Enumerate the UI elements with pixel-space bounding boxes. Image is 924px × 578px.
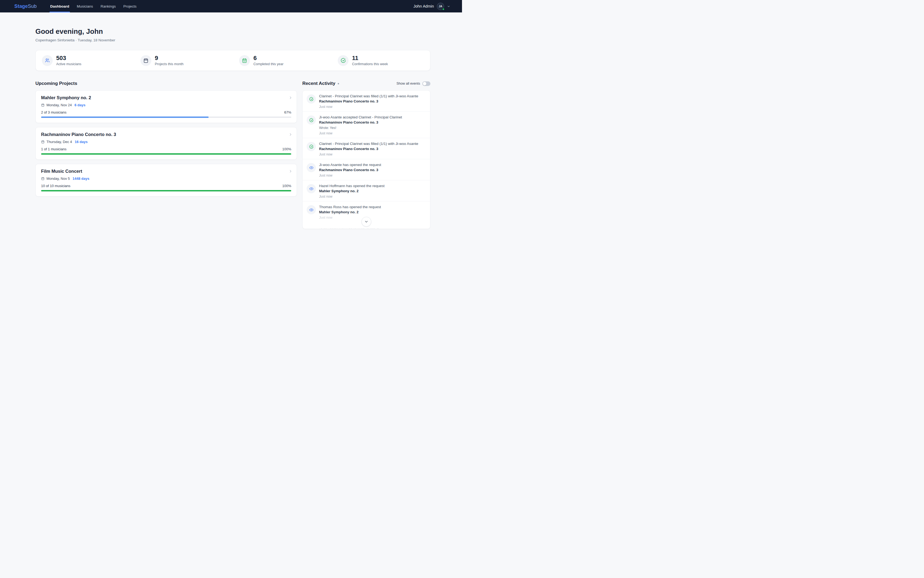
stat-value: 9 <box>155 55 183 61</box>
activity-item[interactable]: Ji-woo Asante has opened the request Rac… <box>303 159 430 180</box>
users-icon <box>42 55 53 66</box>
stat-text: 6 Completed this year <box>253 55 283 66</box>
project-date-row: Thursday, Dec 4 16 days <box>41 140 291 144</box>
activity-body: Ji-woo Asante accepted Clarinet - Princi… <box>319 115 402 135</box>
chevron-right-icon[interactable] <box>288 133 293 138</box>
project-card[interactable]: Rachmaninov Piano Concerto no. 3 Thursda… <box>36 127 297 160</box>
progress-bar-track <box>41 190 291 192</box>
page-subtitle: Copenhagen Sinfonietta · Tuesday, 18 Nov… <box>36 38 430 42</box>
top-navbar: StageSub Dashboard Musicians Rankings Pr… <box>0 0 462 13</box>
nav-item-musicians[interactable]: Musicians <box>73 0 97 13</box>
stat-text: 9 Projects this month <box>155 55 183 66</box>
project-date: Monday, Nov 24 <box>47 103 72 107</box>
expand-feed-button[interactable] <box>361 217 371 227</box>
project-days-left[interactable]: 16 days <box>74 140 87 144</box>
stat-confirmations-this-week: 11 Confirmations this week <box>332 55 430 66</box>
activity-timestamp: Just now <box>319 153 418 156</box>
activity-item[interactable]: Clarinet - Principal Clarinet was filled… <box>303 91 430 111</box>
logo-stage: Stage <box>14 3 28 9</box>
activity-timestamp: Just now <box>319 174 381 177</box>
chevron-down-icon[interactable] <box>447 5 450 8</box>
eye-icon <box>307 205 316 214</box>
project-card[interactable]: Film Music Concert Monday, Nov 5 1448 da… <box>36 164 297 196</box>
nav-item-rankings[interactable]: Rankings <box>97 0 120 13</box>
project-musicians-count: 2 of 3 musicians <box>41 110 66 114</box>
calendar-icon <box>141 55 151 66</box>
activity-project: Mahler Symphony no. 2 <box>319 210 381 214</box>
check-circle-icon <box>307 115 316 125</box>
project-title: Film Music Concert <box>41 169 291 174</box>
activity-timestamp: Just now <box>319 105 418 109</box>
stat-value: 6 <box>253 55 283 61</box>
project-days-left[interactable]: 1448 days <box>73 177 89 180</box>
recent-activity-header: Recent Activity Show all events <box>302 81 430 86</box>
stats-summary-card: 503 Active musicians 9 Projects this mon… <box>36 50 430 71</box>
project-musicians-count: 10 of 10 musicians <box>41 184 70 188</box>
recent-activity-heading: Recent Activity <box>302 81 335 86</box>
check-circle-icon <box>307 94 316 104</box>
activity-body: Clarinet - Principal Clarinet was filled… <box>319 94 418 109</box>
project-percent: 100% <box>282 184 291 188</box>
project-title: Mahler Symphony no. 2 <box>41 95 291 100</box>
calendar-icon <box>41 103 45 107</box>
check-circle-icon <box>307 142 316 151</box>
project-days-left[interactable]: 6 days <box>74 103 86 107</box>
activity-feed-card: Clarinet - Principal Clarinet was filled… <box>302 90 430 229</box>
avatar-initials: JA <box>439 5 442 8</box>
app-logo[interactable]: StageSub <box>14 3 37 9</box>
project-percent: 67% <box>284 110 291 114</box>
eye-icon <box>307 163 316 172</box>
activity-project: Rachmaninov Piano Concerto no. 3 <box>319 99 418 103</box>
live-indicator-dot <box>338 83 339 84</box>
activity-note: Wrote: Yes! <box>319 126 402 130</box>
activity-title: Thomas Ross has opened the request <box>319 205 381 209</box>
stat-label: Projects this month <box>155 62 183 66</box>
calendar-icon <box>41 140 45 144</box>
show-all-events-toggle[interactable] <box>422 81 430 86</box>
calendar-grid-icon <box>239 55 250 66</box>
check-circle-icon <box>338 55 348 66</box>
eye-icon <box>307 226 316 229</box>
stat-projects-this-month: 9 Projects this month <box>134 55 233 66</box>
project-progress-row: 2 of 3 musicians 67% <box>41 110 291 114</box>
activity-item[interactable]: Hazel Hoffmann has opened the request Ma… <box>303 180 430 201</box>
stat-text: 11 Confirmations this week <box>352 55 388 66</box>
recent-activity-section: Recent Activity Show all events Clar <box>302 81 430 229</box>
project-musicians-count: 1 of 1 musicians <box>41 147 66 151</box>
page-title: Good evening, John <box>36 27 430 36</box>
activity-body: Selin Santos has opened the request <box>319 226 379 229</box>
progress-bar-fill <box>41 117 209 118</box>
project-card[interactable]: Mahler Symphony no. 2 Monday, Nov 24 6 d… <box>36 90 297 123</box>
main-nav: Dashboard Musicians Rankings Projects <box>47 0 141 13</box>
chevron-right-icon[interactable] <box>288 169 293 174</box>
activity-title: Ji-woo Asante has opened the request <box>319 163 381 167</box>
nav-item-projects[interactable]: Projects <box>120 0 141 13</box>
stat-active-musicians: 503 Active musicians <box>36 55 134 66</box>
avatar[interactable]: JA <box>437 3 444 10</box>
stat-label: Completed this year <box>253 62 283 66</box>
activity-body: Hazel Hoffmann has opened the request Ma… <box>319 184 385 198</box>
stat-value: 503 <box>56 55 81 61</box>
activity-body: Ji-woo Asante has opened the request Rac… <box>319 163 381 177</box>
activity-item[interactable]: Clarinet - Principal Clarinet was filled… <box>303 138 430 159</box>
activity-timestamp: Just now <box>319 216 381 219</box>
progress-bar-track <box>41 117 291 118</box>
activity-body: Thomas Ross has opened the request Mahle… <box>319 205 381 219</box>
stat-completed-this-year: 6 Completed this year <box>233 55 332 66</box>
user-menu[interactable]: John Admin JA <box>413 3 450 10</box>
activity-project: Rachmaninov Piano Concerto no. 3 <box>319 120 402 124</box>
activity-title: Selin Santos has opened the request <box>319 226 379 229</box>
nav-item-dashboard[interactable]: Dashboard <box>47 0 73 13</box>
project-date: Thursday, Dec 4 <box>47 140 72 144</box>
activity-item[interactable]: Ji-woo Asante accepted Clarinet - Princi… <box>303 111 430 138</box>
dashboard-page: Good evening, John Copenhagen Sinfoniett… <box>0 13 462 229</box>
chevron-right-icon[interactable] <box>288 96 293 101</box>
project-percent: 100% <box>282 147 291 151</box>
activity-project: Rachmaninov Piano Concerto no. 3 <box>319 168 381 172</box>
activity-title: Hazel Hoffmann has opened the request <box>319 184 385 188</box>
progress-bar-fill <box>41 190 291 192</box>
progress-bar-fill <box>41 153 291 155</box>
upcoming-projects-section: Upcoming Projects Mahler Symphony no. 2 … <box>36 81 297 201</box>
activity-timestamp: Just now <box>319 132 402 135</box>
project-progress-row: 10 of 10 musicians 100% <box>41 184 291 188</box>
